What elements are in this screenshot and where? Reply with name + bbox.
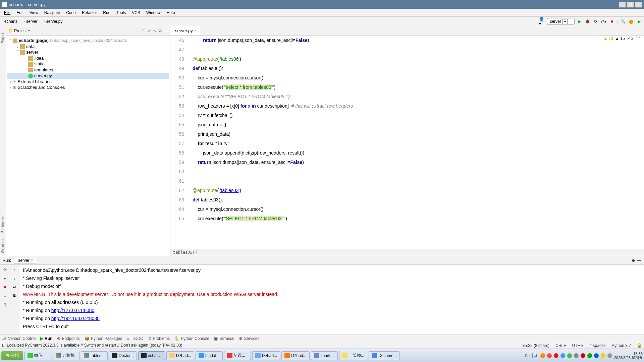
hide-icon[interactable]: — [164, 28, 168, 33]
run-hide-icon[interactable]: — [637, 258, 641, 263]
stop-run-button[interactable]: ■ [1, 284, 9, 291]
tray-icon[interactable] [594, 353, 599, 358]
tab-problems[interactable]: ⊘ Problems [148, 336, 170, 341]
bookmarks-toolwindow-button[interactable]: Bookmarks [1, 216, 5, 233]
console-link-lan[interactable]: http://192.168.0.2:8080 [51, 316, 100, 321]
tree-file-server-py[interactable]: server.py [7, 73, 169, 79]
taskbar-item[interactable]: bigdat... [196, 351, 223, 360]
taskbar-item[interactable]: spark ... [311, 351, 338, 360]
taskbar-item[interactable]: D:\had... [166, 351, 194, 360]
tray-icon[interactable] [540, 353, 545, 358]
tab-python-packages[interactable]: 📦 Python Packages [85, 336, 122, 341]
start-button[interactable]: ⊞ 开始 [1, 351, 23, 360]
ide-updates-icon[interactable]: ⬤ [628, 18, 634, 24]
run-config-select[interactable]: server▾ [547, 18, 575, 25]
menu-edit[interactable]: Edit [14, 10, 26, 16]
breadcrumb-file[interactable]: server.py [40, 18, 65, 25]
scroll-end-icon[interactable]: ⤓ [1, 292, 9, 300]
tray-icon[interactable] [607, 353, 612, 358]
profile-button[interactable]: ◷▾ [601, 18, 607, 24]
menu-window[interactable]: Window [144, 10, 163, 16]
debug-button[interactable]: 🐞 [585, 18, 591, 24]
taskbar-item[interactable]: D:\had... [252, 351, 280, 360]
tray-icon[interactable] [554, 353, 558, 358]
indent-setting[interactable]: 4 spaces [590, 343, 606, 348]
close-tab-icon[interactable]: × [194, 28, 197, 33]
select-opened-icon[interactable]: ⊙ [142, 28, 146, 33]
up-stack-icon[interactable]: ↑ [11, 266, 18, 274]
collapse-all-icon[interactable]: ⤡ [153, 28, 156, 33]
breadcrumb-root[interactable]: echarts [2, 18, 20, 25]
expand-all-icon[interactable]: ⤢ [148, 28, 151, 33]
menu-help[interactable]: Help [164, 10, 178, 16]
taskbar-item[interactable]: 微信 [24, 351, 51, 360]
tab-version-control[interactable]: ⎇ Version Control [2, 336, 36, 341]
menu-code[interactable]: Code [63, 10, 78, 16]
tab-server-py[interactable]: server.py× [170, 26, 200, 35]
search-everywhere-icon[interactable]: 🔍 [620, 18, 626, 24]
tab-todo[interactable]: ☑ TODO [127, 336, 143, 341]
coverage-button[interactable]: ⟳ [593, 18, 599, 24]
tray-icon[interactable] [574, 353, 579, 358]
code-breadcrumb[interactable]: tables05() [170, 249, 644, 256]
attach-debug-icon[interactable]: ⤶ [1, 275, 9, 282]
status-message[interactable]: Localized PyCharm 2022.3.3 is available … [6, 343, 517, 348]
project-tree[interactable]: ˅echarts [page] D:\hadoop_spark_hive_doc… [6, 36, 170, 92]
system-tray[interactable]: CH ☐ 15:33 2023/8/25 星期五 [525, 352, 643, 360]
clear-icon[interactable]: 🗑 [1, 301, 9, 308]
menu-vcs[interactable]: VCS [129, 10, 143, 16]
readonly-lock-icon[interactable]: 🔓 [637, 343, 642, 348]
breadcrumb-folder[interactable]: server [20, 18, 40, 25]
interpreter[interactable]: Python 3.7 [612, 343, 631, 348]
project-toolwindow-button[interactable]: Project [1, 33, 5, 43]
menu-refactor[interactable]: Refactor [79, 10, 100, 16]
taskbar-item[interactable]: D:\had... [281, 351, 309, 360]
tray-icon[interactable] [560, 353, 565, 358]
rerun-button[interactable]: ⟳ [1, 266, 9, 274]
taskbar-item[interactable]: tables... [81, 351, 108, 360]
tray-icon[interactable] [601, 353, 605, 358]
tray-icon[interactable] [567, 353, 572, 358]
tab-terminal[interactable]: ▣ Terminal [214, 336, 234, 341]
back-icon[interactable]: ▶ [636, 18, 642, 24]
tray-icon[interactable] [547, 353, 552, 358]
taskbar-clock[interactable]: 15:33 2023/8/25 星期五 [614, 352, 643, 360]
menu-navigate[interactable]: Navigate [42, 10, 63, 16]
code-area[interactable]: return json.dumps(json_data, ensure_asci… [189, 36, 644, 249]
menu-run[interactable]: Run [100, 10, 113, 16]
structure-toolwindow-button[interactable]: Structure [1, 239, 5, 253]
menu-tools[interactable]: Tools [114, 10, 128, 16]
stop-button[interactable]: ■ [609, 18, 615, 24]
line-separator[interactable]: CRLF [555, 343, 566, 348]
soft-wrap-icon[interactable]: ↩ [11, 284, 18, 291]
taskbar-item[interactable]: 计算机 [53, 351, 79, 360]
close-button[interactable]: ✕ [635, 2, 642, 8]
maximize-button[interactable]: ❐ [627, 2, 634, 8]
tray-icon[interactable] [581, 353, 585, 358]
run-button[interactable]: ▶ [577, 18, 583, 24]
file-encoding[interactable]: UTF-8 [572, 343, 584, 348]
minimize-button[interactable]: _ [619, 2, 626, 8]
caret-position[interactable]: 35:22 (8 chars) [523, 343, 550, 348]
line-gutter[interactable]: 4647484950515253545556575859606162636465 [170, 36, 189, 249]
run-tab-server[interactable]: server × [14, 257, 36, 264]
run-settings-icon[interactable]: ⚙ [632, 258, 635, 263]
tab-services[interactable]: ⚙ Services [239, 336, 259, 341]
project-header[interactable]: 📁 Project▾ ⊙ ⤢ ⤡ ⚙ — [6, 26, 170, 36]
tab-endpoints[interactable]: ⊕ Endpoints [57, 336, 79, 341]
taskbar-item-active[interactable]: echa... [138, 351, 165, 360]
taskbar-item[interactable]: 一笑倾... [339, 351, 367, 360]
print-icon[interactable]: 🖶 [11, 292, 18, 300]
tab-python-console[interactable]: 🐍 Python Console [174, 336, 209, 341]
down-stack-icon[interactable]: ↓ [11, 275, 18, 282]
tray-icon[interactable] [587, 353, 592, 358]
tab-run[interactable]: ▶ Run [40, 336, 52, 341]
console-link-localhost[interactable]: http://127.0.0.1:8080 [51, 308, 94, 313]
add-user-icon[interactable]: 👤▾ [539, 18, 545, 24]
console-output[interactable]: I:\Anaconda3\python.exe D:\hadoop_spark_… [20, 265, 644, 335]
menu-file[interactable]: File [1, 10, 13, 16]
menu-view[interactable]: View [27, 10, 41, 16]
taskbar-item[interactable]: Doctor... [109, 351, 137, 360]
taskbar-item[interactable]: 毕设... [224, 351, 251, 360]
inspection-widget[interactable]: ▲ 13 ▲ 15 ✓ 2 ˄ ˅ [603, 36, 641, 41]
